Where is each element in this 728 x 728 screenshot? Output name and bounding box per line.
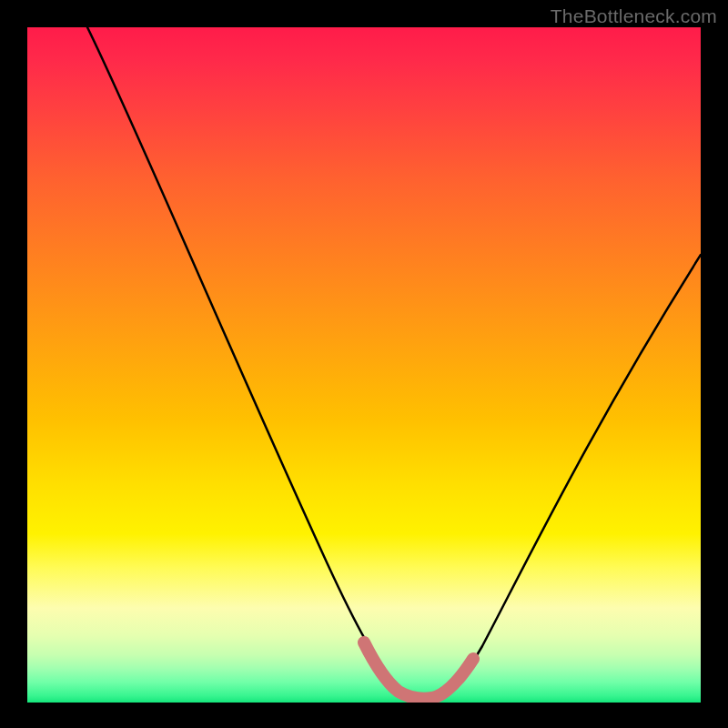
chart-canvas: TheBottleneck.com — [0, 0, 728, 728]
bottleneck-curve — [87, 27, 701, 698]
plot-area — [27, 27, 701, 703]
watermark-text: TheBottleneck.com — [551, 5, 717, 27]
curve-layer — [27, 27, 701, 703]
optimal-range-marker — [364, 642, 473, 699]
